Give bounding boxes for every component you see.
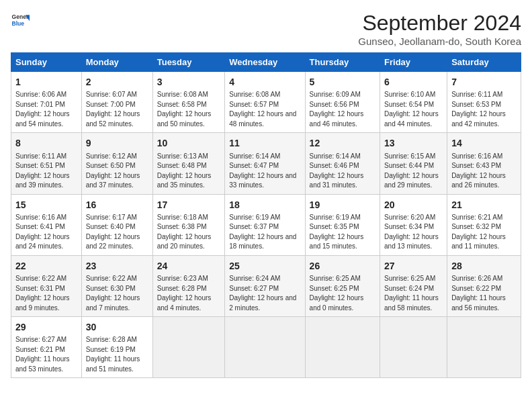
calendar-cell <box>305 317 380 378</box>
calendar-cell: 18Sunrise: 6:19 AMSunset: 6:37 PMDayligh… <box>225 194 305 255</box>
sunrise-text: Sunrise: 6:22 AM <box>86 274 148 284</box>
sunrise-text: Sunrise: 6:14 AM <box>229 152 300 162</box>
sunrise-text: Sunrise: 6:10 AM <box>384 90 443 100</box>
daylight-text: Daylight: 12 hours and 13 minutes. <box>384 232 443 252</box>
sunrise-text: Sunrise: 6:17 AM <box>86 213 148 223</box>
calendar-cell: 16Sunrise: 6:17 AMSunset: 6:40 PMDayligh… <box>81 194 152 255</box>
sunrise-text: Sunrise: 6:07 AM <box>86 90 148 100</box>
day-number: 21 <box>451 198 517 212</box>
day-number: 14 <box>451 136 517 150</box>
sunrise-text: Sunrise: 6:12 AM <box>86 152 148 162</box>
calendar-week-row: 15Sunrise: 6:16 AMSunset: 6:41 PMDayligh… <box>11 194 521 255</box>
day-number: 20 <box>384 198 443 212</box>
day-number: 18 <box>229 198 300 212</box>
calendar-cell: 3Sunrise: 6:08 AMSunset: 6:58 PMDaylight… <box>152 72 225 133</box>
daylight-text: Daylight: 12 hours and 33 minutes. <box>229 171 300 191</box>
calendar-cell: 29Sunrise: 6:27 AMSunset: 6:21 PMDayligh… <box>11 317 82 378</box>
calendar-cell: 26Sunrise: 6:25 AMSunset: 6:25 PMDayligh… <box>305 255 380 316</box>
day-number: 6 <box>384 75 443 89</box>
main-title: September 2024 <box>358 11 521 36</box>
sunset-text: Sunset: 6:40 PM <box>86 222 148 232</box>
sunset-text: Sunset: 6:21 PM <box>15 345 77 355</box>
day-header-sunday: Sunday <box>11 53 82 72</box>
day-header-monday: Monday <box>81 53 152 72</box>
sunset-text: Sunset: 6:34 PM <box>384 222 443 232</box>
subtitle: Gunseo, Jeollanam-do, South Korea <box>358 36 521 47</box>
calendar-week-row: 8Sunrise: 6:11 AMSunset: 6:51 PMDaylight… <box>11 133 521 194</box>
sunset-text: Sunset: 6:50 PM <box>86 161 148 171</box>
calendar-cell: 21Sunrise: 6:21 AMSunset: 6:32 PMDayligh… <box>447 194 521 255</box>
day-number: 11 <box>229 136 300 150</box>
day-header-thursday: Thursday <box>305 53 380 72</box>
sunrise-text: Sunrise: 6:06 AM <box>15 90 77 100</box>
sunset-text: Sunset: 6:56 PM <box>310 100 375 110</box>
calendar-cell: 2Sunrise: 6:07 AMSunset: 7:00 PMDaylight… <box>81 72 152 133</box>
sunset-text: Sunset: 6:44 PM <box>384 161 443 171</box>
daylight-text: Daylight: 12 hours and 18 minutes. <box>229 232 300 252</box>
sunset-text: Sunset: 6:25 PM <box>310 284 375 294</box>
sunset-text: Sunset: 6:37 PM <box>229 222 300 232</box>
sunrise-text: Sunrise: 6:11 AM <box>15 152 77 162</box>
calendar-cell: 17Sunrise: 6:18 AMSunset: 6:38 PMDayligh… <box>152 194 225 255</box>
logo: General Blue <box>11 11 30 30</box>
day-number: 7 <box>451 75 517 89</box>
sunrise-text: Sunrise: 6:21 AM <box>451 213 517 223</box>
day-number: 28 <box>451 259 517 273</box>
calendar-cell: 5Sunrise: 6:09 AMSunset: 6:56 PMDaylight… <box>305 72 380 133</box>
sunrise-text: Sunrise: 6:22 AM <box>15 274 77 284</box>
calendar-cell: 13Sunrise: 6:15 AMSunset: 6:44 PMDayligh… <box>380 133 447 194</box>
day-number: 24 <box>157 259 221 273</box>
calendar-cell: 6Sunrise: 6:10 AMSunset: 6:54 PMDaylight… <box>380 72 447 133</box>
daylight-text: Daylight: 12 hours and 48 minutes. <box>229 109 300 129</box>
day-number: 22 <box>15 259 77 273</box>
sunrise-text: Sunrise: 6:08 AM <box>229 90 300 100</box>
daylight-text: Daylight: 12 hours and 29 minutes. <box>384 171 443 191</box>
calendar-week-row: 1Sunrise: 6:06 AMSunset: 7:01 PMDaylight… <box>11 72 521 133</box>
day-number: 26 <box>310 259 375 273</box>
sunset-text: Sunset: 6:53 PM <box>451 100 517 110</box>
day-number: 8 <box>15 136 77 150</box>
calendar-cell: 1Sunrise: 6:06 AMSunset: 7:01 PMDaylight… <box>11 72 82 133</box>
sunset-text: Sunset: 6:38 PM <box>157 222 221 232</box>
sunset-text: Sunset: 6:46 PM <box>310 161 375 171</box>
sunrise-text: Sunrise: 6:16 AM <box>451 152 517 162</box>
sunrise-text: Sunrise: 6:25 AM <box>384 274 443 284</box>
sunrise-text: Sunrise: 6:14 AM <box>310 152 375 162</box>
calendar-cell <box>225 317 305 378</box>
daylight-text: Daylight: 12 hours and 0 minutes. <box>310 293 375 313</box>
sunrise-text: Sunrise: 6:19 AM <box>310 213 375 223</box>
daylight-text: Daylight: 11 hours and 56 minutes. <box>451 293 517 313</box>
day-number: 10 <box>157 136 221 150</box>
sunset-text: Sunset: 6:41 PM <box>15 222 77 232</box>
daylight-text: Daylight: 12 hours and 26 minutes. <box>451 171 517 191</box>
day-header-tuesday: Tuesday <box>152 53 225 72</box>
day-number: 19 <box>310 198 375 212</box>
sunset-text: Sunset: 6:54 PM <box>384 100 443 110</box>
sunrise-text: Sunrise: 6:27 AM <box>15 335 77 345</box>
title-area: September 2024 Gunseo, Jeollanam-do, Sou… <box>358 11 521 47</box>
sunset-text: Sunset: 6:31 PM <box>15 284 77 294</box>
sunrise-text: Sunrise: 6:25 AM <box>310 274 375 284</box>
daylight-text: Daylight: 12 hours and 37 minutes. <box>86 171 148 191</box>
day-header-friday: Friday <box>380 53 447 72</box>
calendar-cell: 19Sunrise: 6:19 AMSunset: 6:35 PMDayligh… <box>305 194 380 255</box>
sunrise-text: Sunrise: 6:11 AM <box>451 90 517 100</box>
sunset-text: Sunset: 6:43 PM <box>451 161 517 171</box>
day-number: 3 <box>157 75 221 89</box>
sunrise-text: Sunrise: 6:13 AM <box>157 152 221 162</box>
calendar-cell: 9Sunrise: 6:12 AMSunset: 6:50 PMDaylight… <box>81 133 152 194</box>
sunset-text: Sunset: 6:47 PM <box>229 161 300 171</box>
header: General Blue September 2024 Gunseo, Jeol… <box>11 11 521 47</box>
calendar-cell: 28Sunrise: 6:26 AMSunset: 6:22 PMDayligh… <box>447 255 521 316</box>
calendar-table: SundayMondayTuesdayWednesdayThursdayFrid… <box>11 52 521 378</box>
day-number: 27 <box>384 259 443 273</box>
daylight-text: Daylight: 12 hours and 54 minutes. <box>15 109 77 129</box>
day-number: 13 <box>384 136 443 150</box>
calendar-cell: 27Sunrise: 6:25 AMSunset: 6:24 PMDayligh… <box>380 255 447 316</box>
daylight-text: Daylight: 12 hours and 11 minutes. <box>451 232 517 252</box>
day-number: 4 <box>229 75 300 89</box>
sunset-text: Sunset: 6:27 PM <box>229 284 300 294</box>
day-number: 29 <box>15 320 77 334</box>
calendar-header-row: SundayMondayTuesdayWednesdayThursdayFrid… <box>11 53 521 72</box>
daylight-text: Daylight: 12 hours and 2 minutes. <box>229 293 300 313</box>
